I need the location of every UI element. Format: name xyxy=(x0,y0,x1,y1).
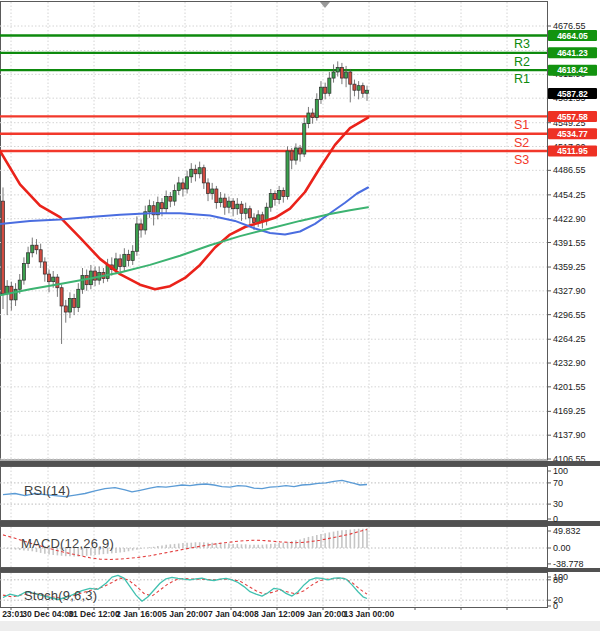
trading-chart-window: 4676.554644.204612.904581.554549.254517.… xyxy=(0,0,600,631)
candle-up xyxy=(244,209,247,214)
time-axis-label: 30 Dec 04:00 xyxy=(22,609,74,619)
time-axis-label: 5 Jan 20:00 xyxy=(162,609,208,619)
macd-indicator-label: MACD(12,26,9) xyxy=(21,536,114,551)
candle-up xyxy=(345,72,348,78)
candle-down xyxy=(311,113,314,118)
candle-up xyxy=(211,189,214,194)
price-axis-label: 4486.55 xyxy=(553,165,586,175)
level-label-r1: R1 xyxy=(514,72,530,86)
candle-up xyxy=(135,224,138,251)
badge-s2-text: 4534.77 xyxy=(557,129,588,139)
candle-down xyxy=(194,169,197,174)
candle-down xyxy=(43,262,46,274)
price-axis-label: 4169.25 xyxy=(553,406,586,416)
badge-s1-text: 4557.58 xyxy=(557,112,588,122)
indicator-scale-label: 0.00 xyxy=(553,543,571,553)
candle-up xyxy=(52,277,55,282)
candle-up xyxy=(328,78,331,93)
level-label-s3: S3 xyxy=(514,153,529,167)
candle-down xyxy=(127,254,130,260)
indicator-scale-label: 30 xyxy=(553,499,563,509)
candle-up xyxy=(319,87,322,99)
candle-up xyxy=(173,191,176,202)
candle-up xyxy=(114,259,117,270)
candle-down xyxy=(60,288,63,306)
price-axis-label: 4359.25 xyxy=(553,262,586,272)
candle-down xyxy=(353,84,356,90)
indicator-scale-label: 0 xyxy=(553,514,558,524)
level-label-s2: S2 xyxy=(514,136,529,150)
rsi-panel: 10070300 xyxy=(0,466,568,524)
candle-down xyxy=(64,306,67,312)
candle-up xyxy=(336,67,339,72)
price-axis-label: 4327.90 xyxy=(553,286,586,296)
candle-up xyxy=(332,72,335,78)
candle-down xyxy=(73,298,76,307)
candle-down xyxy=(361,86,364,94)
candle-up xyxy=(123,254,126,266)
badge-current-price-text: 4587.82 xyxy=(557,89,588,99)
time-axis-label: 9 Jan 20:00 xyxy=(300,609,346,619)
time-axis-label: 13 Jan 00:00 xyxy=(344,609,395,619)
candle-up xyxy=(219,198,222,203)
indicator-scale-label: 0 xyxy=(553,601,558,611)
candle-up xyxy=(269,194,272,208)
candle-down xyxy=(282,191,285,197)
candle-up xyxy=(186,177,189,189)
candle-down xyxy=(232,201,235,209)
candle-up xyxy=(236,204,239,209)
stoch-indicator-label: Stoch(9,6,3) xyxy=(24,588,97,603)
candle-down xyxy=(140,224,143,230)
candle-down xyxy=(39,250,42,262)
candle-down xyxy=(299,148,302,154)
candle-down xyxy=(181,183,184,189)
price-axis-label: 4264.25 xyxy=(553,334,586,344)
rsi-indicator-label: RSI(14) xyxy=(24,483,70,498)
price-axis-label: 4391.55 xyxy=(553,238,586,248)
candle-up xyxy=(198,168,201,174)
time-axis-label: 8 Jan 12:00 xyxy=(254,609,300,619)
time-axis-label: 23:01 xyxy=(2,609,24,619)
indicator-scale-label: 80 xyxy=(553,575,563,585)
price-axis-label: 4454.25 xyxy=(553,190,586,200)
badge-r3-text: 4664.05 xyxy=(557,31,588,41)
candle-down xyxy=(340,67,343,78)
candle-up xyxy=(18,280,21,289)
badge-r1-text: 4618.42 xyxy=(557,65,588,75)
candle-up xyxy=(294,148,297,160)
price-axis-label: 4232.90 xyxy=(553,358,586,368)
candle-down xyxy=(206,183,209,194)
candle-up xyxy=(81,276,84,290)
candle-down xyxy=(215,189,218,203)
candle-down xyxy=(324,87,327,93)
candle-up xyxy=(31,245,34,253)
candle-up xyxy=(131,251,134,260)
time-axis-label: 2 Jan 16:00 xyxy=(116,609,162,619)
time-axis-label: 31 Dec 12:00 xyxy=(68,609,120,619)
panel-separator[interactable] xyxy=(0,568,600,572)
candle-down xyxy=(248,209,251,218)
level-label-s1: S1 xyxy=(514,118,529,132)
candle-down xyxy=(252,218,255,223)
indicator-scale-label: 70 xyxy=(553,478,563,488)
candle-up xyxy=(22,263,25,280)
price-axis-label: 4201.55 xyxy=(553,382,586,392)
indicator-scale-label: 49.832 xyxy=(553,526,581,536)
candle-up xyxy=(190,169,193,177)
candle-down xyxy=(119,259,122,267)
candle-up xyxy=(177,183,180,191)
candle-up xyxy=(148,206,151,212)
time-axis-label: 7 Jan 04:00 xyxy=(208,609,254,619)
panel-separator[interactable] xyxy=(0,461,600,466)
candle-down xyxy=(1,201,4,294)
price-axis-label: 4676.55 xyxy=(553,21,586,31)
price-axis-label: 4296.55 xyxy=(553,310,586,320)
candle-down xyxy=(290,151,293,160)
candle-up xyxy=(286,151,289,197)
badge-s3-text: 4511.95 xyxy=(557,146,588,156)
candle-up xyxy=(278,191,281,200)
bottom-strip xyxy=(0,621,600,631)
candle-down xyxy=(47,274,50,282)
panel-separator[interactable] xyxy=(0,521,600,526)
candle-up xyxy=(77,289,80,307)
